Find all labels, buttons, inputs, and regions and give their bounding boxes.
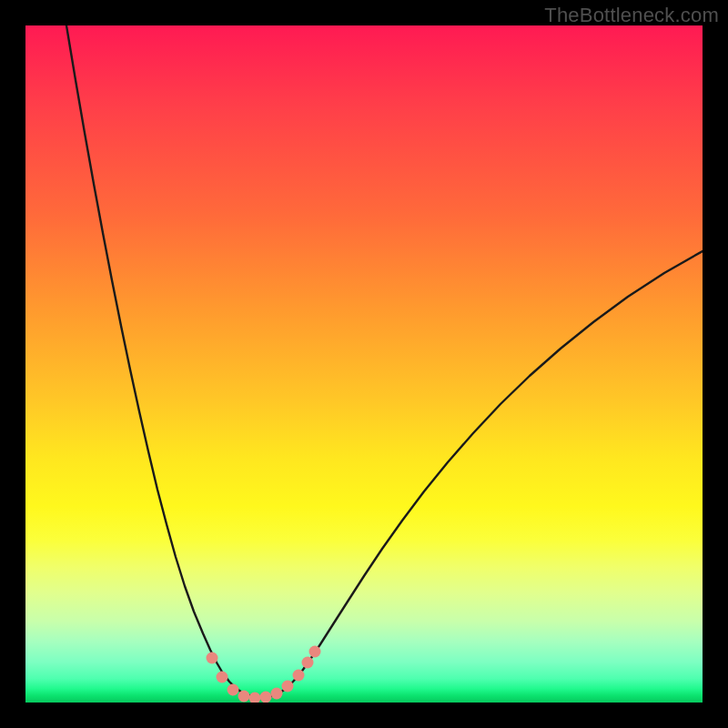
marker-dot (207, 652, 218, 664)
marker-dot (271, 688, 283, 700)
marker-dot (260, 692, 272, 703)
valley-markers (207, 646, 321, 703)
watermark-text: TheBottleneck.com (544, 4, 719, 27)
marker-dot (249, 693, 261, 703)
marker-dot (302, 657, 314, 669)
marker-dot (293, 670, 305, 682)
marker-dot (309, 646, 321, 658)
curve-layer (25, 25, 703, 703)
chart-frame: TheBottleneck.com (0, 0, 728, 728)
marker-dot (217, 672, 228, 683)
marker-dot (228, 684, 239, 696)
bottleneck-curve (66, 25, 703, 698)
marker-dot (282, 681, 294, 693)
plot-area (25, 25, 703, 703)
marker-dot (238, 691, 250, 703)
